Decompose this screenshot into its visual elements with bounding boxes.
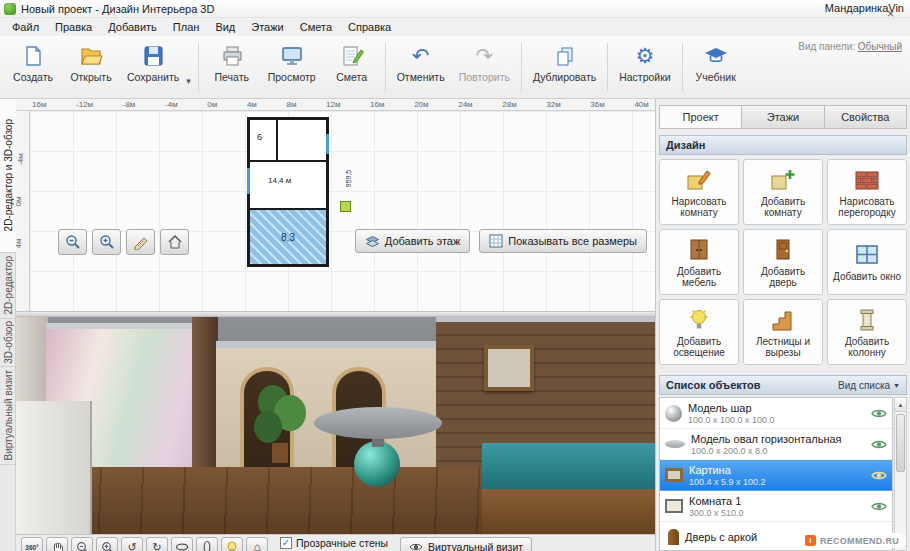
- plan-outline: 8,3 6 14,4 м: [247, 117, 329, 267]
- objects-scrollbar[interactable]: ▲: [894, 397, 907, 551]
- pan-hand-button[interactable]: [46, 537, 68, 551]
- toolbar-separator: [385, 43, 386, 92]
- add-room-button[interactable]: Добавить комнату: [743, 159, 823, 225]
- save-dropdown-caret-icon[interactable]: ▾: [186, 52, 194, 86]
- stairs-button[interactable]: Лестницы и вырезы: [743, 299, 823, 365]
- scroll-up-arrow-icon[interactable]: ▲: [895, 398, 906, 412]
- tutorial-button[interactable]: Учебник: [687, 40, 745, 85]
- 3d-plant: [252, 381, 310, 477]
- add-column-button[interactable]: Добавить колонну: [827, 299, 907, 365]
- preview-button[interactable]: Просмотр: [261, 40, 323, 85]
- tab-2d-editor[interactable]: 2D-редактор: [0, 253, 16, 319]
- zoom-in-icon: [99, 234, 115, 250]
- view-360-button[interactable]: 360°: [21, 537, 43, 551]
- checkbox-checked-icon[interactable]: ✓: [280, 537, 292, 549]
- right-panel-tabs: Проект Этажи Свойства: [659, 105, 907, 129]
- hand-icon: [51, 541, 64, 551]
- redo-button[interactable]: ↷ Повторить: [452, 40, 517, 85]
- transparent-walls-option[interactable]: ✓ Прозрачные стены: [280, 537, 388, 549]
- orbit-vertical-button[interactable]: [196, 537, 218, 551]
- visibility-eye-icon[interactable]: [871, 470, 887, 481]
- tab-2d-and-3d[interactable]: 2D-редактор и 3D-обзор: [0, 99, 16, 253]
- settings-button[interactable]: ⚙ Настройки: [612, 40, 678, 85]
- menu-floors[interactable]: Этажи: [243, 19, 291, 35]
- scrollbar-thumb[interactable]: [896, 414, 905, 472]
- menu-plan[interactable]: План: [165, 19, 208, 35]
- tab-3d-view[interactable]: 3D-обзор: [0, 319, 16, 367]
- column-icon: [854, 307, 880, 333]
- add-door-button[interactable]: Добавить дверь: [743, 229, 823, 295]
- add-light-button[interactable]: Добавить освещение: [659, 299, 739, 365]
- measure-button[interactable]: [126, 229, 155, 255]
- 3d-viewport[interactable]: [16, 317, 655, 534]
- eye-icon: [409, 542, 423, 551]
- floor-plan[interactable]: 8,3 6 14,4 м 959,5: [235, 113, 345, 269]
- save-button[interactable]: Сохранить: [120, 40, 186, 85]
- toolbar-separator: [198, 43, 199, 92]
- 3d-teal-sphere-base: [354, 441, 400, 487]
- home-view-button[interactable]: [160, 229, 189, 255]
- new-project-button[interactable]: Создать: [4, 40, 62, 85]
- visibility-eye-icon[interactable]: [871, 439, 887, 450]
- visibility-eye-icon[interactable]: [871, 501, 887, 512]
- 2d-plan-canvas[interactable]: 8,3 6 14,4 м 959,5: [30, 111, 655, 311]
- plan-selection-handle[interactable]: [340, 201, 351, 212]
- undo-button[interactable]: ↶ Отменить: [390, 40, 452, 85]
- menu-edit[interactable]: Правка: [47, 19, 100, 35]
- 2d-editor: 16м-12м -8м-4м 0м4м 8м12м 16м20м 24м28м …: [16, 99, 655, 311]
- virtual-visit-button[interactable]: Виртуальный визит: [400, 537, 532, 551]
- undo-arrow-icon: ↶: [412, 44, 430, 68]
- 3d-home-button[interactable]: ⌂: [246, 537, 268, 551]
- window-title: Новый проект - Дизайн Интерьера 3D: [21, 3, 214, 15]
- menu-estimate[interactable]: Смета: [292, 19, 340, 35]
- draw-partition-button[interactable]: Нарисовать перегородку: [827, 159, 907, 225]
- show-all-sizes-button[interactable]: Показывать все размеры: [479, 229, 647, 253]
- home-icon: ⌂: [253, 540, 260, 551]
- orbit-horizontal-button[interactable]: [171, 537, 193, 551]
- 3d-zoom-in-button[interactable]: [96, 537, 118, 551]
- duplicate-button[interactable]: Дублировать: [526, 40, 603, 85]
- plan-room-label: 14,4 м: [268, 176, 291, 185]
- panel-view-link[interactable]: Обычный: [858, 41, 902, 52]
- 3d-teal-bed: [482, 443, 655, 489]
- printer-icon: [220, 43, 244, 69]
- rotate-left-button[interactable]: ↺: [121, 537, 143, 551]
- tab-project[interactable]: Проект: [659, 105, 742, 129]
- menu-view[interactable]: Вид: [207, 19, 243, 35]
- object-row[interactable]: Модель шар 100.0 x 100.0 x 100.0: [660, 398, 892, 429]
- lighting-button[interactable]: [221, 537, 243, 551]
- zoom-out-button[interactable]: [58, 229, 87, 255]
- view-list-dropdown[interactable]: Вид списка ▼: [838, 380, 900, 391]
- open-button[interactable]: Открыть: [62, 40, 120, 85]
- tab-virtual-visit[interactable]: Виртуальный визит: [0, 367, 16, 465]
- draw-room-button[interactable]: Нарисовать комнату: [659, 159, 739, 225]
- add-furniture-button[interactable]: Добавить мебель: [659, 229, 739, 295]
- brick-wall-icon: [854, 167, 880, 193]
- menu-bar: Файл Правка Добавить План Вид Этажи Смет…: [0, 18, 910, 36]
- plan-selected-room[interactable]: 8,3: [250, 210, 326, 264]
- design-section-header: Дизайн: [659, 135, 907, 155]
- object-row[interactable]: Комната 1 300.0 x 510.0: [660, 491, 892, 522]
- main-toolbar: Создать Открыть Сохранить ▾ Печать: [0, 36, 910, 99]
- 3d-picture-frame: [484, 345, 534, 391]
- rotate-right-button[interactable]: ↻: [146, 537, 168, 551]
- menu-help[interactable]: Справка: [340, 19, 399, 35]
- zoom-in-icon: [101, 541, 114, 551]
- visibility-eye-icon[interactable]: [871, 408, 887, 419]
- zoom-in-button[interactable]: [92, 229, 121, 255]
- 3d-zoom-out-button[interactable]: [71, 537, 93, 551]
- tab-floors[interactable]: Этажи: [742, 105, 824, 129]
- plan-room-label: 6: [257, 132, 262, 142]
- add-floor-button[interactable]: Добавить этаж: [355, 229, 470, 253]
- menu-add[interactable]: Добавить: [100, 19, 165, 35]
- tab-properties[interactable]: Свойства: [825, 105, 907, 129]
- add-window-button[interactable]: Добавить окно: [827, 229, 907, 295]
- menu-file[interactable]: Файл: [4, 19, 47, 35]
- plan-window: [247, 168, 250, 194]
- estimate-button[interactable]: Смета: [323, 40, 381, 85]
- object-row[interactable]: Модель овал горизонтальная 100.0 x 200.0…: [660, 429, 892, 460]
- 3d-white-cabinet: [16, 401, 92, 534]
- object-row-selected[interactable]: Картина 100.4 x 5.9 x 100.2: [660, 460, 892, 491]
- room-object-icon: [665, 499, 683, 513]
- print-button[interactable]: Печать: [203, 40, 261, 85]
